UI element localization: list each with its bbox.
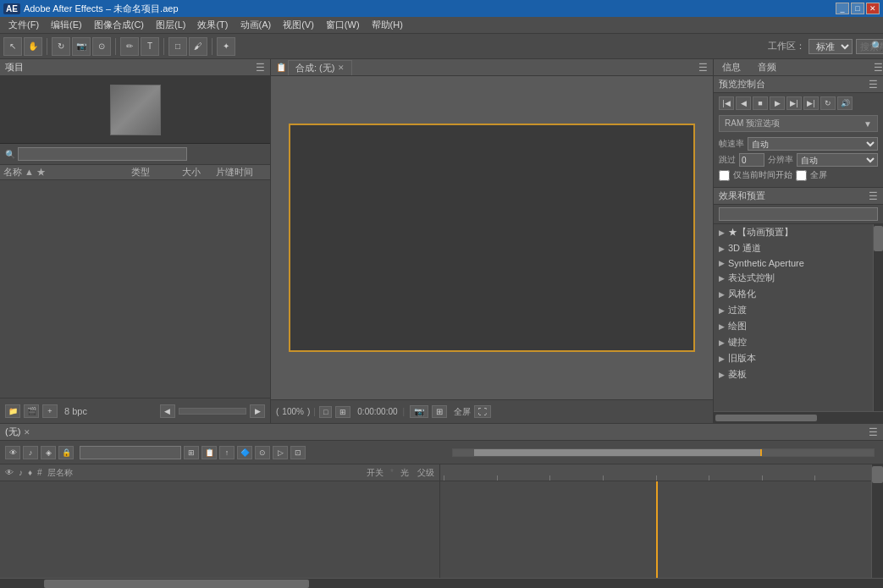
camera-tool[interactable]: 📷 [72, 37, 91, 56]
effect-item-4[interactable]: ▶ 风格化 [714, 286, 873, 302]
tl-btn-2[interactable]: 📋 [201, 446, 217, 459]
menu-effects[interactable]: 效果(T) [192, 18, 233, 32]
text-tool[interactable]: T [141, 37, 159, 56]
prev-play-audio-btn[interactable]: ▶| [786, 96, 802, 110]
comp-tab-main[interactable]: 合成: (无) ✕ [288, 60, 352, 75]
pen-tool[interactable]: ✏ [120, 37, 139, 56]
effect-label-7: 键控 [728, 336, 747, 349]
tl-btn-7[interactable]: ⊡ [290, 446, 306, 459]
tl-btn-5[interactable]: ⊙ [255, 446, 270, 459]
playhead[interactable] [656, 481, 658, 578]
shape-tool[interactable]: □ [168, 37, 187, 56]
col-name[interactable]: 名称 ▲ ★ [3, 166, 131, 179]
prev-loop-btn[interactable]: ↻ [820, 96, 836, 110]
timeline-hscrollbar[interactable] [0, 578, 883, 588]
preview-buttons: |◀ ◀ ■ ▶ ▶| ▶| ↻ 🔊 [714, 93, 883, 113]
hand-tool[interactable]: ✋ [24, 37, 42, 56]
timeline-tab-label: (无) [5, 426, 20, 438]
prev-first-btn[interactable]: |◀ [719, 96, 734, 110]
effect-arrow-5: ▶ [719, 306, 725, 315]
menu-help[interactable]: 帮助(H) [367, 18, 408, 32]
effects-panel-menu[interactable]: ☰ [869, 190, 878, 202]
timeline-track[interactable] [440, 481, 871, 578]
menu-view[interactable]: 视图(V) [278, 18, 319, 32]
timeline-vscrollbar[interactable] [871, 464, 883, 578]
prev-stop-btn[interactable]: ■ [753, 96, 768, 110]
fullscreen-checkbox[interactable] [796, 170, 807, 181]
effect-item-3[interactable]: ▶ 表达式控制 [714, 270, 873, 286]
paint-tool[interactable]: 🖌 [189, 37, 207, 56]
next-page-btn[interactable]: ▶ [250, 404, 265, 418]
menu-edit[interactable]: 编辑(E) [46, 18, 87, 32]
new-item-btn[interactable]: + [42, 404, 58, 418]
region-btn[interactable]: ⊞ [335, 406, 350, 418]
start-at-current-checkbox[interactable] [719, 170, 730, 181]
preview-ctrl-menu[interactable]: ☰ [869, 79, 878, 91]
tl-btn-6[interactable]: ▷ [273, 446, 288, 459]
tl-btn-1[interactable]: ⊞ [184, 446, 199, 459]
menu-animation[interactable]: 动画(A) [235, 18, 277, 32]
comp-panel-menu[interactable]: ☰ [698, 62, 708, 74]
rotate-tool[interactable]: ↻ [52, 37, 70, 56]
effect-item-9[interactable]: ▶ 菱板 [714, 366, 873, 382]
menu-layer[interactable]: 图层(L) [151, 18, 190, 32]
comp-tab-icon: 📋 [276, 63, 286, 72]
grid-btn[interactable]: ⊞ [432, 405, 447, 418]
timeline-close-btn[interactable]: ✕ [24, 428, 30, 437]
effect-item-6[interactable]: ▶ 绘图 [714, 318, 873, 334]
prev-play-btn[interactable]: ▶ [770, 96, 785, 110]
resolution-btn[interactable]: □ [319, 406, 332, 418]
info-panel-menu[interactable]: ☰ [874, 62, 883, 74]
effect-item-8[interactable]: ▶ 旧版本 [714, 350, 873, 366]
skip-input[interactable] [739, 153, 764, 167]
preview-ctrl-title: 预览控制台 [719, 78, 765, 91]
project-search-input[interactable] [18, 147, 187, 161]
effect-arrow-3: ▶ [719, 274, 725, 283]
new-comp-btn[interactable]: 🎬 [24, 404, 39, 418]
camera-btn[interactable]: 📷 [410, 405, 428, 418]
orbit-tool[interactable]: ⊙ [92, 37, 111, 56]
comp-viewer[interactable] [271, 76, 713, 399]
new-folder-btn[interactable]: 📁 [5, 404, 20, 418]
project-panel-menu[interactable]: ☰ [256, 62, 265, 74]
menu-composition[interactable]: 图像合成(C) [89, 18, 149, 32]
effect-item-1[interactable]: ▶ 3D 通道 [714, 240, 873, 256]
effect-item-5[interactable]: ▶ 过渡 [714, 302, 873, 318]
tl-solo-btn[interactable]: ◈ [41, 446, 56, 459]
menu-file[interactable]: 文件(F) [3, 18, 44, 32]
comp-tab-close[interactable]: ✕ [338, 63, 345, 72]
menu-window[interactable]: 窗口(W) [321, 18, 365, 32]
col-size: 大小 [182, 166, 216, 179]
ctrl-sep: | [313, 407, 316, 416]
resolution-select[interactable]: 自动 [797, 153, 878, 167]
maximize-button[interactable]: □ [851, 3, 864, 14]
speed-select[interactable]: 自动 [748, 137, 878, 151]
timeline-hscroll-thumb[interactable] [44, 580, 309, 588]
effects-scrollbar[interactable] [873, 224, 883, 411]
tl-audio-btn[interactable]: ♪ [23, 446, 38, 459]
close-button[interactable]: ✕ [866, 3, 880, 14]
fullscreen-btn[interactable]: ⛶ [474, 405, 491, 418]
selection-tool[interactable]: ↖ [3, 37, 22, 56]
timeline-panel-menu[interactable]: ☰ [869, 426, 878, 438]
effect-item-2[interactable]: ▶ Synthetic Aperture [714, 256, 873, 270]
prev-page-btn[interactable]: ◀ [160, 404, 175, 418]
workspace-select[interactable]: 标准 [808, 39, 853, 54]
minimize-button[interactable]: _ [836, 3, 849, 14]
ram-preview-btn[interactable]: RAM 预渲选项 ▼ [719, 115, 878, 132]
effect-item-0[interactable]: ▶ ★【动画预置】 [714, 224, 873, 240]
timeline-search-input[interactable] [80, 446, 181, 459]
prev-mute-btn[interactable]: 🔊 [837, 96, 853, 110]
prev-last-btn[interactable]: ▶| [803, 96, 819, 110]
tl-lock-btn[interactable]: 🔒 [58, 446, 74, 459]
puppet-tool[interactable]: ✦ [217, 37, 235, 56]
effect-item-7[interactable]: ▶ 键控 [714, 334, 873, 350]
info-tab[interactable]: 信息 [714, 60, 749, 74]
effects-search-input[interactable] [719, 207, 878, 221]
timeline-ruler-bar[interactable] [440, 464, 871, 481]
tl-btn-4[interactable]: 🔷 [237, 446, 252, 459]
tl-visibility-btn[interactable]: 👁 [5, 446, 20, 459]
audio-tab[interactable]: 音频 [749, 60, 785, 74]
tl-btn-3[interactable]: ↑ [219, 446, 235, 459]
prev-back-btn[interactable]: ◀ [736, 96, 751, 110]
